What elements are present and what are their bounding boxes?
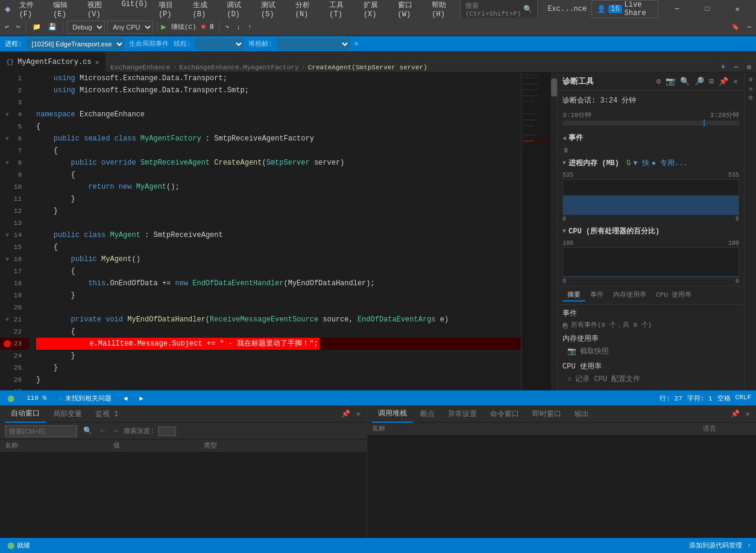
tab-callstack[interactable]: 调用堆栈	[372, 406, 413, 423]
fold-icon-16[interactable]: ▼	[2, 256, 12, 263]
tab-overflow-button[interactable]: ⋯	[731, 63, 742, 72]
toolbar-step-out[interactable]: ↑	[245, 22, 254, 32]
fold-icon-6[interactable]: ▼	[2, 136, 12, 142]
panel-fit-icon[interactable]: ⊡	[708, 75, 715, 87]
menu-edit[interactable]: 编辑(E)	[48, 0, 81, 20]
diag-tab-events[interactable]: 事件	[585, 289, 608, 302]
filter-icon[interactable]: ≡	[354, 40, 359, 48]
toolbar-save[interactable]: 💾	[46, 22, 59, 32]
auto-search-input[interactable]	[5, 425, 77, 437]
rsb-icon-2[interactable]: ≡	[746, 86, 755, 92]
tab-exceptions[interactable]: 异常设置	[442, 406, 483, 423]
panel-zoom-out-icon[interactable]: 🔎	[693, 75, 705, 87]
lifecycle-btn[interactable]: 生命周期事件	[129, 39, 169, 48]
auto-close-icon[interactable]: ✕	[355, 408, 362, 420]
panel-settings-icon[interactable]: ⚙	[655, 75, 663, 87]
tab-myagentfactory[interactable]: {} MyAgentFactory.cs ✕	[0, 52, 106, 72]
events-section[interactable]: ◀ 事件	[558, 130, 744, 145]
debug-config-select[interactable]: Debug	[67, 21, 105, 34]
breadcrumb-createagent[interactable]: CreateAgent(SmtpServer server)	[308, 64, 427, 71]
menu-analyze[interactable]: 分析(N)	[291, 0, 324, 20]
menu-tools[interactable]: 工具(T)	[324, 0, 358, 20]
tab-watch[interactable]: 监视 1	[89, 406, 124, 423]
breadcrumb-exchangeenhance[interactable]: ExchangeEnhance	[110, 64, 170, 71]
breadcrumb-myagentfactory[interactable]: ExchangeEnhance.MyAgentFactory	[179, 64, 298, 71]
code-editor[interactable]: 1 2 3 ▼ 4	[0, 72, 557, 390]
menu-window[interactable]: 窗口(W)	[393, 0, 426, 20]
depth-input[interactable]	[158, 426, 176, 436]
play-button[interactable]: ▶	[161, 22, 166, 32]
menu-test[interactable]: 测试(S)	[256, 0, 289, 20]
restore-button[interactable]: □	[693, 0, 721, 18]
editor-settings-icon[interactable]: ⚙	[742, 63, 756, 72]
menu-build[interactable]: 生成(B)	[188, 0, 221, 20]
auto-pin-icon[interactable]: 📌	[340, 408, 351, 420]
scrollbar-thumb[interactable]	[551, 78, 557, 96]
nav-back-auto[interactable]: ←	[98, 427, 107, 435]
thread-select[interactable]	[195, 38, 244, 50]
capture-snapshot-item[interactable]: 📷 截取快照	[562, 345, 739, 358]
diag-tab-cpu[interactable]: CPU 使用率	[651, 289, 696, 302]
panel-camera-icon[interactable]: 📷	[664, 75, 676, 87]
status-debug[interactable]: ⬤	[5, 394, 17, 402]
fold-icon-21[interactable]: ▼	[2, 317, 12, 323]
live-share-button[interactable]: 👤 16 Live Share	[591, 0, 658, 18]
toolbar-open[interactable]: 📁	[30, 22, 43, 32]
record-cpu-item[interactable]: ○ 记录 CPU 配置文件	[562, 373, 739, 385]
editor-scrollbar[interactable]	[551, 72, 557, 390]
menu-git[interactable]: Git(G)	[117, 0, 153, 20]
stop-button[interactable]: ■	[201, 23, 206, 31]
pause-button[interactable]: ⏸	[208, 22, 215, 31]
tab-auto[interactable]: 自动窗口	[5, 406, 46, 423]
toolbar-more[interactable]: ⋯	[745, 22, 754, 32]
toolbar-redo[interactable]: ↪	[14, 22, 23, 32]
minimize-button[interactable]: ─	[663, 0, 691, 18]
menu-view[interactable]: 视图(V)	[83, 0, 116, 20]
panel-close-icon[interactable]: ✕	[732, 75, 739, 87]
tab-breakpoints[interactable]: 断点	[414, 406, 441, 423]
call-pin-icon[interactable]: 📌	[729, 408, 741, 420]
toolbar-step-over[interactable]: ↷	[223, 22, 232, 32]
taskbar-status[interactable]: ⬤ 就绪	[5, 541, 33, 550]
menu-project[interactable]: 项目(P)	[154, 0, 187, 20]
process-select[interactable]: [10256] EdgeTransport.exe	[27, 38, 124, 50]
tab-locals[interactable]: 局部变量	[47, 406, 88, 423]
search-bar[interactable]: 搜索 (Ctrl+Shift+P) 🔍	[460, 0, 538, 19]
cpu-config-select[interactable]: Any CPU	[107, 21, 153, 34]
rsb-icon-1[interactable]: ⚙	[746, 75, 755, 84]
toolbar-bookmark[interactable]: 🔖	[729, 22, 742, 32]
fold-icon-8[interactable]: ▼	[2, 160, 12, 166]
tab-add-button[interactable]: +	[716, 62, 730, 72]
memory-section[interactable]: ▼ 进程内存 (MB) G ▼ 快 ● 专用...	[558, 156, 744, 171]
panel-zoom-in-icon[interactable]: 🔍	[679, 75, 691, 87]
menu-help[interactable]: 帮助(H)	[427, 0, 460, 20]
timeline-bar[interactable]	[562, 121, 739, 125]
call-close-icon[interactable]: ✕	[745, 408, 751, 420]
tab-command[interactable]: 命令窗口	[484, 406, 525, 423]
cpu-section[interactable]: ▼ CPU (所有处理器的百分比)	[558, 224, 744, 239]
menu-file[interactable]: 文件(F)	[14, 0, 48, 20]
toolbar-undo[interactable]: ↩	[2, 22, 11, 32]
tab-output[interactable]: 输出	[569, 406, 595, 423]
close-button[interactable]: ✕	[723, 0, 751, 18]
rsb-icon-3[interactable]: ⊞	[746, 95, 755, 101]
taskbar-add-source[interactable]: 添加到源代码管理	[689, 541, 742, 550]
tab-immediate[interactable]: 即时窗口	[526, 406, 567, 423]
diag-tab-memory[interactable]: 内存使用率	[608, 289, 651, 302]
callstack-select[interactable]	[277, 38, 350, 50]
toolbar-step-into[interactable]: ↓	[234, 22, 243, 32]
diag-tab-summary[interactable]: 摘要	[562, 289, 585, 302]
continue-btn[interactable]: 继续(C)	[169, 21, 199, 33]
fold-icon-4[interactable]: ▼	[2, 112, 12, 118]
status-nav-back[interactable]: ◀	[121, 394, 130, 402]
panel-pin-icon[interactable]: 📌	[717, 75, 729, 87]
tab-close-icon[interactable]: ✕	[95, 58, 99, 66]
nav-fwd-auto[interactable]: →	[111, 427, 120, 435]
menu-extensions[interactable]: 扩展(X)	[359, 0, 392, 20]
status-nav-fwd[interactable]: ▶	[137, 394, 146, 402]
code-lines[interactable]: using Microsoft.Exchange.Data.Transport;…	[29, 72, 521, 390]
fold-icon-14[interactable]: ▼	[2, 232, 12, 239]
status-issues[interactable]: ⚠ 未找到相关问题	[56, 394, 114, 403]
menu-debug[interactable]: 调试(D)	[222, 0, 255, 20]
search-icon-auto[interactable]: 🔍	[81, 426, 95, 435]
